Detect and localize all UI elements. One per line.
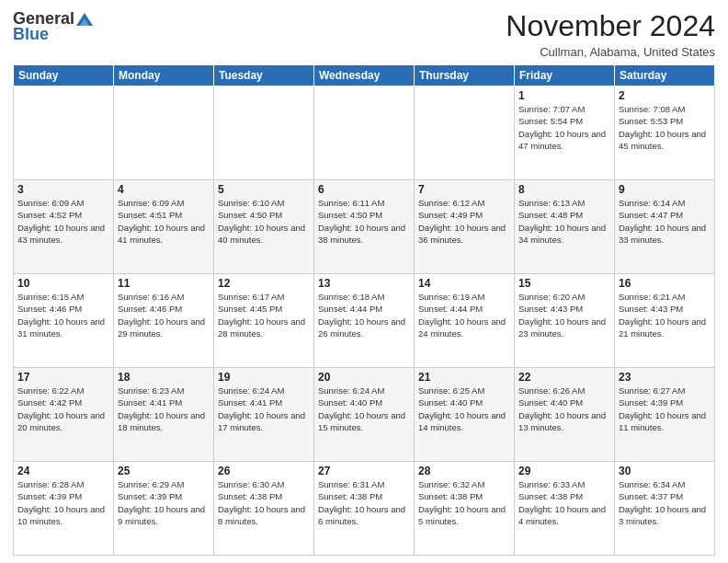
location: Cullman, Alabama, United States (506, 45, 715, 59)
day-number: 20 (318, 371, 410, 384)
day-number: 5 (218, 183, 310, 196)
day-number: 8 (518, 183, 610, 196)
day-cell: 1Sunrise: 7:07 AM Sunset: 5:54 PM Daylig… (515, 86, 615, 180)
day-cell: 16Sunrise: 6:21 AM Sunset: 4:43 PM Dayli… (615, 274, 715, 368)
day-cell: 3Sunrise: 6:09 AM Sunset: 4:52 PM Daylig… (14, 180, 114, 274)
col-friday: Friday (515, 65, 615, 86)
day-info: Sunrise: 6:09 AM Sunset: 4:52 PM Dayligh… (17, 197, 109, 246)
col-thursday: Thursday (415, 65, 515, 86)
day-info: Sunrise: 6:15 AM Sunset: 4:46 PM Dayligh… (17, 291, 109, 339)
col-monday: Monday (114, 65, 214, 86)
day-info: Sunrise: 6:20 AM Sunset: 4:43 PM Dayligh… (518, 291, 610, 339)
day-number: 6 (318, 183, 410, 196)
day-info: Sunrise: 6:21 AM Sunset: 4:43 PM Dayligh… (619, 291, 711, 339)
logo-blue: Blue (13, 25, 49, 44)
day-info: Sunrise: 6:30 AM Sunset: 4:38 PM Dayligh… (218, 478, 310, 527)
day-cell: 28Sunrise: 6:32 AM Sunset: 4:38 PM Dayli… (415, 462, 515, 556)
day-cell: 19Sunrise: 6:24 AM Sunset: 4:41 PM Dayli… (214, 368, 314, 462)
day-number: 14 (418, 277, 510, 290)
day-number: 16 (619, 277, 711, 290)
day-number: 23 (619, 371, 711, 384)
title-block: November 2024 Cullman, Alabama, United S… (506, 9, 715, 59)
day-cell (14, 86, 114, 180)
day-number: 19 (218, 371, 310, 384)
col-saturday: Saturday (615, 65, 715, 86)
day-number: 9 (619, 183, 711, 196)
day-cell: 17Sunrise: 6:22 AM Sunset: 4:42 PM Dayli… (14, 368, 114, 462)
day-number: 28 (418, 465, 510, 477)
day-number: 15 (518, 277, 610, 290)
week-row-3: 17Sunrise: 6:22 AM Sunset: 4:42 PM Dayli… (14, 368, 715, 462)
day-number: 30 (619, 465, 711, 477)
day-cell (114, 86, 214, 180)
day-info: Sunrise: 6:34 AM Sunset: 4:37 PM Dayligh… (619, 478, 711, 527)
day-cell: 29Sunrise: 6:33 AM Sunset: 4:38 PM Dayli… (515, 462, 615, 556)
day-info: Sunrise: 6:17 AM Sunset: 4:45 PM Dayligh… (218, 291, 310, 339)
day-number: 26 (218, 465, 310, 477)
week-row-2: 10Sunrise: 6:15 AM Sunset: 4:46 PM Dayli… (14, 274, 715, 368)
day-info: Sunrise: 6:22 AM Sunset: 4:42 PM Dayligh… (17, 385, 109, 433)
day-cell: 7Sunrise: 6:12 AM Sunset: 4:49 PM Daylig… (415, 180, 515, 274)
day-info: Sunrise: 6:13 AM Sunset: 4:48 PM Dayligh… (518, 197, 610, 246)
day-cell: 26Sunrise: 6:30 AM Sunset: 4:38 PM Dayli… (214, 462, 314, 556)
day-info: Sunrise: 6:32 AM Sunset: 4:38 PM Dayligh… (418, 478, 510, 527)
day-cell (415, 86, 515, 180)
day-number: 1 (518, 89, 610, 102)
day-number: 18 (118, 371, 210, 384)
day-cell: 10Sunrise: 6:15 AM Sunset: 4:46 PM Dayli… (14, 274, 114, 368)
page: General Blue November 2024 Cullman, Alab… (0, 0, 728, 563)
calendar-header: SundayMondayTuesdayWednesdayThursdayFrid… (14, 65, 715, 86)
day-info: Sunrise: 6:10 AM Sunset: 4:50 PM Dayligh… (218, 197, 310, 246)
calendar: SundayMondayTuesdayWednesdayThursdayFrid… (13, 64, 715, 556)
day-number: 29 (518, 465, 610, 477)
day-number: 21 (418, 371, 510, 384)
calendar-body: 1Sunrise: 7:07 AM Sunset: 5:54 PM Daylig… (14, 86, 715, 556)
day-number: 12 (218, 277, 310, 290)
day-cell: 18Sunrise: 6:23 AM Sunset: 4:41 PM Dayli… (114, 368, 214, 462)
day-number: 25 (118, 465, 210, 477)
day-info: Sunrise: 6:19 AM Sunset: 4:44 PM Dayligh… (418, 291, 510, 339)
day-cell: 27Sunrise: 6:31 AM Sunset: 4:38 PM Dayli… (314, 462, 415, 556)
day-info: Sunrise: 7:07 AM Sunset: 5:54 PM Dayligh… (518, 103, 610, 152)
week-row-4: 24Sunrise: 6:28 AM Sunset: 4:39 PM Dayli… (14, 462, 715, 556)
day-number: 4 (118, 183, 210, 196)
week-row-1: 3Sunrise: 6:09 AM Sunset: 4:52 PM Daylig… (14, 180, 715, 274)
header-row: SundayMondayTuesdayWednesdayThursdayFrid… (14, 65, 715, 86)
day-number: 17 (17, 371, 109, 384)
day-cell: 9Sunrise: 6:14 AM Sunset: 4:47 PM Daylig… (615, 180, 715, 274)
day-info: Sunrise: 6:27 AM Sunset: 4:39 PM Dayligh… (619, 385, 711, 433)
day-cell: 14Sunrise: 6:19 AM Sunset: 4:44 PM Dayli… (415, 274, 515, 368)
day-info: Sunrise: 6:11 AM Sunset: 4:50 PM Dayligh… (318, 197, 410, 246)
day-info: Sunrise: 6:28 AM Sunset: 4:39 PM Dayligh… (17, 478, 109, 527)
day-cell (214, 86, 314, 180)
day-info: Sunrise: 6:25 AM Sunset: 4:40 PM Dayligh… (418, 385, 510, 433)
month-title: November 2024 (506, 9, 715, 43)
day-cell: 30Sunrise: 6:34 AM Sunset: 4:37 PM Dayli… (615, 462, 715, 556)
day-info: Sunrise: 6:31 AM Sunset: 4:38 PM Dayligh… (318, 478, 410, 527)
day-cell: 6Sunrise: 6:11 AM Sunset: 4:50 PM Daylig… (314, 180, 415, 274)
day-number: 24 (17, 465, 109, 477)
day-cell: 21Sunrise: 6:25 AM Sunset: 4:40 PM Dayli… (415, 368, 515, 462)
day-info: Sunrise: 6:12 AM Sunset: 4:49 PM Dayligh… (418, 197, 510, 246)
day-info: Sunrise: 6:18 AM Sunset: 4:44 PM Dayligh… (318, 291, 410, 339)
col-wednesday: Wednesday (314, 65, 415, 86)
week-row-0: 1Sunrise: 7:07 AM Sunset: 5:54 PM Daylig… (14, 86, 715, 180)
day-number: 7 (418, 183, 510, 196)
day-number: 3 (17, 183, 109, 196)
col-sunday: Sunday (14, 65, 114, 86)
day-info: Sunrise: 6:24 AM Sunset: 4:41 PM Dayligh… (218, 385, 310, 433)
day-number: 22 (518, 371, 610, 384)
header: General Blue November 2024 Cullman, Alab… (13, 9, 715, 59)
day-info: Sunrise: 6:29 AM Sunset: 4:39 PM Dayligh… (118, 478, 210, 527)
day-number: 10 (17, 277, 109, 290)
day-info: Sunrise: 6:23 AM Sunset: 4:41 PM Dayligh… (118, 385, 210, 433)
day-cell: 23Sunrise: 6:27 AM Sunset: 4:39 PM Dayli… (615, 368, 715, 462)
day-cell: 2Sunrise: 7:08 AM Sunset: 5:53 PM Daylig… (615, 86, 715, 180)
logo-icon (76, 13, 93, 26)
day-cell: 22Sunrise: 6:26 AM Sunset: 4:40 PM Dayli… (515, 368, 615, 462)
day-info: Sunrise: 6:26 AM Sunset: 4:40 PM Dayligh… (518, 385, 610, 433)
col-tuesday: Tuesday (214, 65, 314, 86)
day-cell (314, 86, 415, 180)
day-info: Sunrise: 6:09 AM Sunset: 4:51 PM Dayligh… (118, 197, 210, 246)
day-number: 13 (318, 277, 410, 290)
